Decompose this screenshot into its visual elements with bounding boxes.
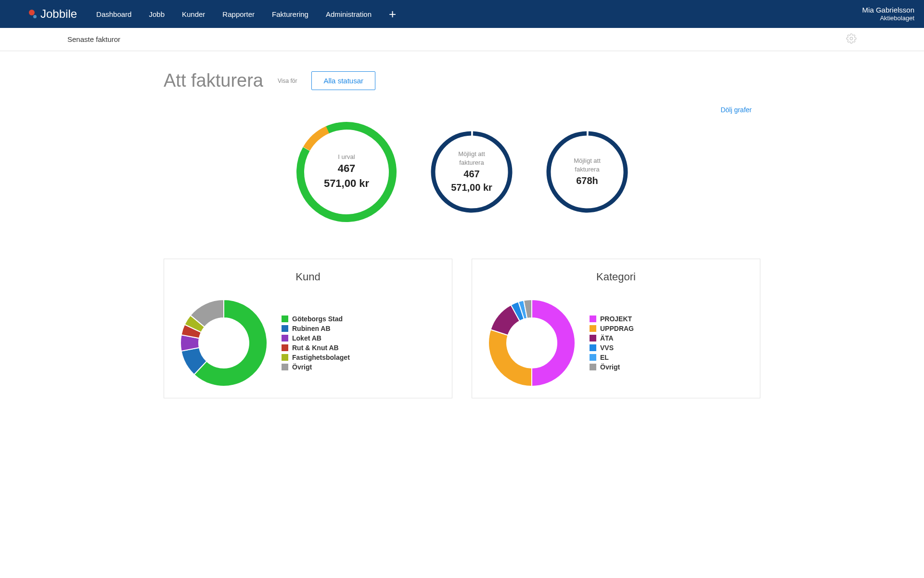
nav-fakturering[interactable]: Fakturering	[272, 10, 308, 18]
legend-label: Övrigt	[292, 363, 312, 371]
hide-charts-link[interactable]: Dölj grafer	[720, 106, 752, 114]
customer-donut	[176, 295, 272, 393]
legend-swatch	[590, 344, 596, 351]
summary-selection: I urval 467 571,00 kr	[294, 119, 399, 225]
page-header: Att fakturera Visa för Alla statusar	[164, 70, 760, 91]
possible-hours-value: 678h	[565, 174, 609, 187]
legend-item: Övrigt	[590, 363, 634, 371]
legend-item: Rubinen AB	[282, 325, 350, 332]
legend-label: PROJEKT	[600, 315, 632, 323]
category-legend: PROJEKTUPPDRAGÄTAVVSELÖvrigt	[590, 315, 634, 373]
legend-swatch	[282, 354, 288, 361]
status-filter-button[interactable]: Alla statusar	[311, 71, 375, 90]
customer-legend: Göteborgs StadRubinen ABLoket ABRut & Kn…	[282, 315, 350, 373]
legend-swatch	[282, 335, 288, 342]
gear-icon[interactable]	[846, 33, 857, 46]
legend-swatch	[590, 354, 596, 361]
logo-icon	[29, 10, 38, 18]
legend-item: Göteborgs Stad	[282, 315, 350, 323]
legend-label: Rubinen AB	[292, 325, 331, 332]
legend-label: EL	[600, 354, 609, 361]
legend-label: UPPDRAG	[600, 325, 634, 332]
user-name: Mia Gabrielsson	[862, 6, 914, 14]
selection-value: 467 571,00 kr	[320, 161, 373, 191]
legend-swatch	[282, 344, 288, 351]
legend-label: Rut & Knut AB	[292, 344, 339, 352]
legend-item: PROJEKT	[590, 315, 634, 323]
subbar-title: Senaste fakturor	[67, 35, 120, 43]
legend-item: Övrigt	[282, 363, 350, 371]
content: Att fakturera Visa för Alla statusar Döl…	[116, 51, 808, 398]
legend-item: Loket AB	[282, 334, 350, 342]
page-title: Att fakturera	[164, 70, 263, 91]
nav-jobb[interactable]: Jobb	[149, 10, 165, 18]
hide-charts-row: Dölj grafer	[164, 105, 760, 114]
nav-dashboard[interactable]: Dashboard	[96, 10, 131, 18]
legend-item: ÄTA	[590, 334, 634, 342]
possible-amount-label: Möjligt att fakturera	[450, 150, 493, 167]
svg-point-0	[850, 37, 853, 40]
logo-text: Jobbile	[40, 7, 77, 21]
customer-panel-title: Kund	[176, 271, 440, 283]
legend-label: Fastighetsbolaget	[292, 354, 350, 361]
legend-item: EL	[590, 354, 634, 361]
summary-possible-hours: Möjligt att fakturera 678h	[544, 129, 630, 215]
legend-label: VVS	[600, 344, 614, 352]
user-company: Aktiebolaget	[862, 14, 914, 22]
legend-swatch	[590, 325, 596, 332]
nav-items: Dashboard Jobb Kunder Rapporter Fakturer…	[96, 7, 862, 22]
legend-item: VVS	[590, 344, 634, 352]
category-panel: Kategori PROJEKTUPPDRAGÄTAVVSELÖvrigt	[472, 259, 760, 398]
legend-item: Rut & Knut AB	[282, 344, 350, 352]
add-button[interactable]: +	[389, 7, 396, 22]
legend-swatch	[590, 364, 596, 370]
nav-kunder[interactable]: Kunder	[182, 10, 205, 18]
summary-possible-amount: Möjligt att fakturera 467 571,00 kr	[428, 129, 515, 215]
legend-label: Göteborgs Stad	[292, 315, 343, 323]
legend-item: Fastighetsbolaget	[282, 354, 350, 361]
legend-label: Övrigt	[600, 363, 620, 371]
legend-item: UPPDRAG	[590, 325, 634, 332]
category-panel-title: Kategori	[484, 271, 748, 283]
selection-label: I urval	[320, 153, 373, 161]
legend-swatch	[282, 315, 288, 322]
possible-amount-value: 467 571,00 kr	[450, 167, 493, 194]
filter-label: Visa för	[278, 78, 297, 84]
logo[interactable]: Jobbile	[29, 7, 77, 21]
user-block[interactable]: Mia Gabrielsson Aktiebolaget	[862, 6, 914, 22]
chart-panels: Kund Göteborgs StadRubinen ABLoket ABRut…	[164, 259, 760, 398]
category-donut	[484, 295, 580, 393]
legend-label: ÄTA	[600, 334, 614, 342]
nav-administration[interactable]: Administration	[326, 10, 372, 18]
legend-swatch	[282, 364, 288, 370]
legend-swatch	[590, 315, 596, 322]
legend-swatch	[590, 335, 596, 342]
sub-bar: Senaste fakturor	[0, 28, 924, 51]
nav-rapporter[interactable]: Rapporter	[222, 10, 255, 18]
legend-label: Loket AB	[292, 334, 321, 342]
possible-hours-label: Möjligt att fakturera	[565, 157, 609, 174]
summary-row: I urval 467 571,00 kr Möjligt att faktur…	[164, 119, 760, 225]
customer-panel: Kund Göteborgs StadRubinen ABLoket ABRut…	[164, 259, 452, 398]
top-nav: Jobbile Dashboard Jobb Kunder Rapporter …	[0, 0, 924, 28]
legend-swatch	[282, 325, 288, 332]
